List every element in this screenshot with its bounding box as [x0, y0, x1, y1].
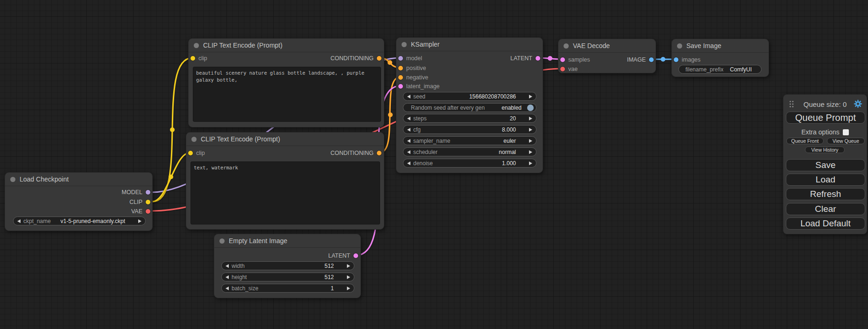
- input-dot-clip[interactable]: [191, 56, 195, 61]
- node-title: CLIP Text Encode (Prompt): [203, 42, 282, 49]
- collapse-toggle-icon[interactable]: [10, 177, 15, 182]
- node-ksampler[interactable]: KSampler model positive negative latent_…: [396, 37, 543, 173]
- decrement-arrow-icon[interactable]: [226, 287, 229, 290]
- input-slot-clip: clip: [188, 148, 205, 158]
- extra-options-checkbox[interactable]: [843, 129, 849, 135]
- widget-value: 512: [325, 274, 334, 280]
- widget-ckpt-name[interactable]: ckpt_name v1-5-pruned-emaonly.ckpt: [13, 217, 146, 225]
- widget-height[interactable]: height 512: [221, 273, 354, 281]
- widget-batch-size[interactable]: batch_size 1: [221, 284, 354, 293]
- decrement-arrow-icon[interactable]: [17, 219, 21, 223]
- node-load-checkpoint[interactable]: Load Checkpoint MODEL CLIP VAE ckpt_name…: [5, 172, 153, 231]
- widget-filename-prefix[interactable]: filename_prefix ComfyUI: [678, 65, 762, 74]
- input-dot-vae[interactable]: [560, 67, 565, 71]
- view-history-button[interactable]: View History: [805, 147, 845, 153]
- input-label: negative: [406, 74, 428, 81]
- decrement-arrow-icon[interactable]: [226, 275, 229, 279]
- increment-arrow-icon[interactable]: [138, 219, 141, 223]
- positive-prompt-textarea[interactable]: beautiful scenery nature glass bottle la…: [193, 67, 381, 122]
- increment-arrow-icon[interactable]: [347, 275, 350, 279]
- view-queue-button[interactable]: View Queue: [827, 138, 865, 144]
- widget-sampler-name[interactable]: sampler_name euler: [403, 136, 536, 145]
- node-clip-text-encode-negative[interactable]: CLIP Text Encode (Prompt) clip CONDITION…: [186, 132, 384, 230]
- widget-denoise[interactable]: denoise 1.000: [403, 159, 536, 168]
- input-dot-latent-image[interactable]: [398, 84, 403, 89]
- collapse-toggle-icon[interactable]: [194, 43, 199, 48]
- output-dot-conditioning[interactable]: [377, 151, 381, 155]
- comfyui-canvas[interactable]: { "colors": { "model": "#b39ddb", "clip"…: [0, 0, 868, 329]
- output-label: IMAGE: [627, 56, 646, 63]
- refresh-button[interactable]: Refresh: [786, 188, 865, 200]
- output-slot-conditioning: CONDITIONING: [331, 148, 381, 158]
- increment-arrow-icon[interactable]: [529, 139, 532, 143]
- widget-random-seed-toggle[interactable]: Random seed after every gen enabled: [403, 103, 536, 112]
- widget-seed[interactable]: seed 156680208700286: [403, 92, 536, 101]
- collapse-toggle-icon[interactable]: [564, 43, 569, 49]
- input-slot-negative: negative: [398, 73, 428, 82]
- output-dot-latent[interactable]: [536, 56, 540, 61]
- widget-scheduler[interactable]: scheduler normal: [403, 147, 536, 156]
- output-dot-clip[interactable]: [146, 200, 150, 204]
- output-dot-model[interactable]: [146, 190, 150, 195]
- widget-steps[interactable]: steps 20: [403, 114, 536, 123]
- widget-width[interactable]: width 512: [221, 261, 354, 270]
- input-label: latent_image: [406, 83, 440, 90]
- input-dot-model[interactable]: [398, 56, 403, 61]
- collapse-toggle-icon[interactable]: [191, 137, 197, 142]
- output-label: LATENT: [328, 252, 350, 259]
- decrement-arrow-icon[interactable]: [407, 161, 410, 165]
- widget-value: v1-5-pruned-emaonly.ckpt: [60, 218, 125, 224]
- queue-prompt-button[interactable]: Queue Prompt: [786, 112, 865, 124]
- negative-prompt-textarea[interactable]: text, watermark: [191, 161, 380, 224]
- widget-label: batch_size: [232, 285, 258, 292]
- save-button[interactable]: Save: [786, 159, 865, 171]
- decrement-arrow-icon[interactable]: [407, 128, 410, 132]
- decrement-arrow-icon[interactable]: [407, 117, 410, 120]
- input-slot-vae: vae: [560, 64, 578, 74]
- increment-arrow-icon[interactable]: [529, 117, 532, 120]
- collapse-toggle-icon[interactable]: [402, 42, 407, 47]
- collapse-toggle-icon[interactable]: [219, 238, 225, 244]
- increment-arrow-icon[interactable]: [529, 128, 532, 132]
- increment-arrow-icon[interactable]: [529, 161, 532, 165]
- input-slot-model: model: [398, 54, 422, 63]
- clear-button[interactable]: Clear: [786, 203, 865, 215]
- input-dot-samples[interactable]: [560, 57, 565, 62]
- output-dot-latent[interactable]: [353, 253, 358, 258]
- output-label: MODEL: [122, 189, 142, 196]
- decrement-arrow-icon[interactable]: [407, 150, 410, 154]
- decrement-arrow-icon[interactable]: [407, 95, 410, 98]
- input-dot-negative[interactable]: [398, 75, 403, 80]
- increment-arrow-icon[interactable]: [347, 264, 350, 268]
- node-title-bar: KSampler: [396, 38, 543, 51]
- increment-arrow-icon[interactable]: [529, 95, 532, 98]
- widget-label: sampler_name: [413, 138, 450, 144]
- output-dot-image[interactable]: [649, 57, 654, 62]
- queue-front-button[interactable]: Queue Front: [786, 138, 824, 144]
- node-vae-decode[interactable]: VAE Decode samples vae IMAGE: [558, 39, 656, 73]
- increment-arrow-icon[interactable]: [529, 150, 532, 154]
- input-dot-clip[interactable]: [188, 151, 193, 155]
- decrement-arrow-icon[interactable]: [226, 264, 229, 268]
- decrement-arrow-icon[interactable]: [407, 139, 410, 143]
- load-button[interactable]: Load: [786, 174, 865, 186]
- input-slot-images: images: [674, 55, 700, 64]
- node-clip-text-encode-positive[interactable]: CLIP Text Encode (Prompt) clip CONDITION…: [188, 38, 384, 127]
- output-dot-conditioning[interactable]: [377, 56, 381, 61]
- input-label: model: [406, 55, 422, 62]
- node-save-image[interactable]: Save Image images filename_prefix ComfyU…: [671, 39, 769, 77]
- input-label: positive: [406, 65, 426, 71]
- collapse-toggle-icon[interactable]: [677, 43, 682, 49]
- load-default-button[interactable]: Load Default: [786, 217, 865, 230]
- output-dot-vae[interactable]: [146, 209, 150, 214]
- settings-gear-icon[interactable]: [853, 99, 863, 109]
- widget-label: denoise: [413, 160, 433, 167]
- node-empty-latent-image[interactable]: Empty Latent Image LATENT width 512 heig…: [214, 234, 361, 298]
- input-dot-positive[interactable]: [398, 66, 403, 70]
- widget-label: scheduler: [413, 149, 438, 155]
- toggle-knob-icon[interactable]: [527, 105, 534, 111]
- input-dot-images[interactable]: [674, 57, 678, 62]
- widget-label: cfg: [413, 126, 421, 133]
- increment-arrow-icon[interactable]: [347, 287, 350, 290]
- widget-cfg[interactable]: cfg 8.000: [403, 125, 536, 134]
